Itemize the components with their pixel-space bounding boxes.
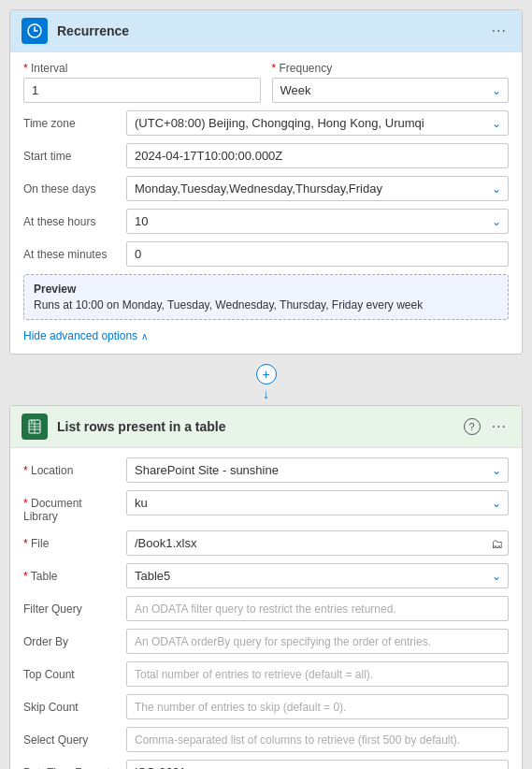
preview-box: Preview Runs at 10:00 on Monday, Tuesday… [23,274,509,320]
at-these-minutes-input[interactable] [126,241,509,267]
select-query-field [126,727,509,752]
skip-count-row: Skip Count [23,694,509,719]
interval-group: Interval [23,62,261,103]
at-these-hours-select-wrapper: 10 ⌄ [126,209,509,234]
on-these-days-select-wrapper: Monday,Tuesday,Wednesday,Thursday,Friday… [126,176,509,201]
interval-label: Interval [23,62,261,75]
at-these-hours-field: 10 ⌄ [126,209,509,234]
list-rows-card: E List rows present in a table ? ··· Loc… [9,405,523,769]
table-select-wrapper: Table5 ⌄ [126,563,509,588]
datetime-format-select-wrapper: ISO 8601 ⌄ [126,760,509,769]
top-count-field [126,661,509,687]
start-time-input[interactable] [126,143,509,168]
file-row: File 🗂 [23,530,509,556]
filter-query-label: Filter Query [23,596,126,616]
svg-text:E: E [31,419,34,424]
hide-advanced-recurrence-button[interactable]: Hide advanced options ∧ [23,329,509,342]
recurrence-body: Interval Frequency Week Minute Hour Day … [10,52,522,354]
order-by-row: Order By [23,629,509,654]
table-row-field: Table Table5 ⌄ [23,563,509,588]
location-select-wrapper: SharePoint Site - sunshine ⌄ [126,457,509,483]
interval-frequency-row: Interval Frequency Week Minute Hour Day … [23,62,509,103]
arrow-icon: ↓ [263,386,269,401]
at-these-hours-row: At these hours 10 ⌄ [23,209,509,234]
datetime-format-row: DateTime Format ISO 8601 ⌄ [23,760,509,769]
frequency-label: Frequency [272,62,510,75]
select-query-input[interactable] [126,727,509,752]
file-label: File [23,530,126,550]
preview-text: Runs at 10:00 on Monday, Tuesday, Wednes… [34,298,498,312]
list-rows-actions: ? ··· [464,416,510,437]
document-library-select-wrapper: ku ⌄ [126,490,509,515]
hide-advanced-recurrence-label: Hide advanced options [23,329,137,342]
at-these-minutes-row: At these minutes [23,241,509,267]
skip-count-field [126,694,509,719]
file-picker-icon[interactable]: 🗂 [491,536,503,550]
location-select[interactable]: SharePoint Site - sunshine [126,457,509,483]
add-icon: + [262,367,269,382]
list-rows-help-button[interactable]: ? [464,418,481,435]
filter-query-input[interactable] [126,596,509,621]
location-field: SharePoint Site - sunshine ⌄ [126,457,509,483]
document-library-field: ku ⌄ [126,490,509,515]
on-these-days-select[interactable]: Monday,Tuesday,Wednesday,Thursday,Friday [126,176,509,201]
order-by-label: Order By [23,629,126,648]
frequency-group: Frequency Week Minute Hour Day Month ⌄ [272,62,510,103]
file-input-wrapper: 🗂 [126,530,509,556]
table-label: Table [23,563,126,583]
recurrence-card: Recurrence ··· Interval Frequency Week M… [9,9,523,355]
preview-title: Preview [34,283,498,296]
at-these-hours-select[interactable]: 10 [126,209,509,234]
list-rows-more-button[interactable]: ··· [488,416,510,437]
skip-count-input[interactable] [126,694,509,719]
recurrence-title: Recurrence [57,23,488,38]
on-these-days-field: Monday,Tuesday,Wednesday,Thursday,Friday… [126,176,509,201]
clock-svg [27,23,42,38]
skip-count-label: Skip Count [23,694,126,714]
at-these-minutes-field [126,241,509,267]
interval-input[interactable] [23,78,261,103]
datetime-format-select[interactable]: ISO 8601 [126,760,509,769]
datetime-format-field: ISO 8601 ⌄ [126,760,509,769]
order-by-field [126,629,509,654]
timezone-select[interactable]: (UTC+08:00) Beijing, Chongqing, Hong Kon… [126,110,509,136]
at-these-hours-label: At these hours [23,209,126,228]
excel-svg: E [27,419,42,434]
timezone-field: (UTC+08:00) Beijing, Chongqing, Hong Kon… [126,110,509,136]
top-count-input[interactable] [126,661,509,687]
table-select[interactable]: Table5 [126,563,509,588]
add-step-button[interactable]: + [256,364,277,384]
connector: + ↓ [9,360,523,405]
start-time-field [126,143,509,168]
list-rows-icon: E [22,414,48,440]
select-query-row: Select Query [23,727,509,752]
timezone-label: Time zone [23,110,126,130]
top-count-label: Top Count [23,661,126,681]
frequency-select-wrapper: Week Minute Hour Day Month ⌄ [272,78,510,103]
recurrence-header: Recurrence ··· [10,10,522,52]
start-time-row: Start time [23,143,509,168]
frequency-select[interactable]: Week Minute Hour Day Month [272,78,510,103]
hide-advanced-recurrence-chevron-icon: ∧ [141,331,148,341]
order-by-input[interactable] [126,629,509,654]
start-time-label: Start time [23,143,126,163]
document-library-select[interactable]: ku [126,490,509,515]
document-library-row: Document Library ku ⌄ [23,490,509,523]
filter-query-field [126,596,509,621]
file-input[interactable] [126,530,509,556]
table-field: Table5 ⌄ [126,563,509,588]
timezone-row: Time zone (UTC+08:00) Beijing, Chongqing… [23,110,509,136]
on-these-days-label: On these days [23,176,126,196]
at-these-minutes-label: At these minutes [23,241,126,261]
recurrence-actions: ··· [488,21,510,41]
datetime-format-label: DateTime Format [23,760,126,769]
location-row: Location SharePoint Site - sunshine ⌄ [23,457,509,483]
list-rows-title: List rows present in a table [57,419,464,434]
select-query-label: Select Query [23,727,126,747]
recurrence-more-button[interactable]: ··· [488,21,510,41]
file-field: 🗂 [126,530,509,556]
top-count-row: Top Count [23,661,509,687]
on-these-days-row: On these days Monday,Tuesday,Wednesday,T… [23,176,509,201]
list-rows-header: E List rows present in a table ? ··· [10,406,522,448]
location-label: Location [23,457,126,477]
